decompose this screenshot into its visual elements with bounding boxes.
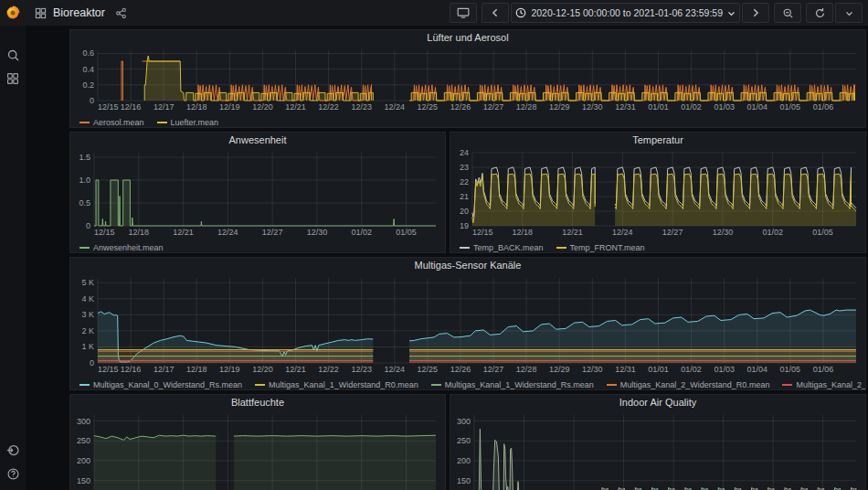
svg-text:0.6: 0.6 bbox=[82, 48, 94, 58]
svg-text:0: 0 bbox=[86, 221, 90, 230]
dashboard-title[interactable]: Bioreaktor bbox=[53, 6, 105, 19]
legend-item[interactable]: Multigas_Kanal_2_Widerstand_Rs.mean bbox=[782, 380, 865, 389]
panel-chart[interactable]: 00.51.01.512/1512/1812/2112/2412/2712/30… bbox=[70, 148, 443, 238]
navbar: Bioreaktor bbox=[26, 0, 868, 26]
panel-chart[interactable]: 01 K2 K3 K4 K5 K12/1512/1612/1712/1812/1… bbox=[70, 273, 863, 375]
panel-chart[interactable]: 19202122232412/1512/1812/2112/2412/2712/… bbox=[450, 148, 863, 238]
svg-text:12/24: 12/24 bbox=[612, 228, 633, 237]
svg-text:12/18: 12/18 bbox=[186, 365, 207, 374]
panel-indoor-air-quality: Indoor Air Quality50100150200250300 bbox=[450, 394, 866, 490]
sign-in-icon[interactable] bbox=[0, 439, 26, 461]
svg-text:01/05: 01/05 bbox=[780, 102, 801, 112]
legend-item[interactable]: Luefter.mean bbox=[157, 118, 219, 127]
svg-text:12/27: 12/27 bbox=[483, 102, 504, 112]
panel-multigas: Multigas-Sensor Kanäle01 K2 K3 K4 K5 K12… bbox=[69, 257, 866, 390]
legend-item[interactable]: Multigas_Kanal_0_Widerstand_Rs.mean bbox=[79, 380, 242, 389]
panel-chart[interactable]: 50100150200250300 bbox=[70, 410, 443, 490]
sidebar bbox=[0, 0, 26, 490]
refresh-interval-dropdown[interactable] bbox=[835, 3, 863, 23]
legend-series-dash bbox=[255, 384, 265, 386]
refresh-button[interactable] bbox=[806, 3, 833, 23]
svg-text:12/25: 12/25 bbox=[418, 365, 439, 374]
svg-text:12/17: 12/17 bbox=[153, 365, 175, 374]
legend-series-label: Multigas_Kanal_2_Widerstand_R0.mean bbox=[620, 380, 770, 389]
svg-text:01/04: 01/04 bbox=[746, 365, 767, 374]
panel-title[interactable]: Temperatur bbox=[450, 133, 865, 148]
panel-title[interactable]: Indoor Air Quality bbox=[450, 395, 865, 410]
legend-series-dash bbox=[782, 384, 792, 386]
legend-series-label: Multigas_Kanal_2_Widerstand_Rs.mean bbox=[796, 380, 865, 389]
legend-item[interactable]: Multigas_Kanal_1_Widerstand_Rs.mean bbox=[431, 380, 594, 389]
legend-series-label: Aerosol.mean bbox=[93, 118, 144, 127]
legend-series-dash bbox=[556, 247, 566, 249]
time-forward-button[interactable] bbox=[742, 3, 769, 23]
share-icon[interactable] bbox=[115, 7, 127, 19]
time-back-button[interactable] bbox=[482, 3, 509, 23]
legend-series-dash bbox=[157, 122, 167, 123]
svg-text:12/23: 12/23 bbox=[351, 102, 372, 112]
legend-series-dash bbox=[79, 247, 90, 249]
svg-text:01/01: 01/01 bbox=[648, 365, 669, 374]
svg-text:01/05: 01/05 bbox=[812, 228, 833, 237]
svg-text:19: 19 bbox=[460, 221, 469, 230]
panel-chart[interactable]: 00.20.40.612/1512/1612/1712/1812/1912/20… bbox=[70, 46, 863, 112]
svg-text:23: 23 bbox=[460, 163, 469, 172]
panel-legend: Multigas_Kanal_0_Widerstand_Rs.meanMulti… bbox=[70, 378, 865, 390]
time-range-text: 2020-12-15 00:00:00 to 2021-01-06 23:59:… bbox=[531, 7, 723, 18]
grafana-logo-icon bbox=[4, 4, 22, 22]
panel-blattfeuchte: Blattfeuchte50100150200250300 bbox=[69, 394, 446, 490]
legend-series-dash bbox=[79, 384, 90, 386]
grafana-app: Bioreaktor bbox=[0, 0, 868, 490]
svg-text:12/16: 12/16 bbox=[121, 102, 142, 112]
svg-text:01/02: 01/02 bbox=[351, 228, 372, 237]
svg-text:12/15: 12/15 bbox=[94, 228, 115, 237]
svg-text:21: 21 bbox=[460, 192, 469, 201]
legend-series-dash bbox=[431, 384, 441, 386]
help-icon[interactable] bbox=[0, 463, 26, 485]
panel-title[interactable]: Anwesenheit bbox=[70, 133, 445, 148]
svg-text:01/06: 01/06 bbox=[813, 102, 834, 112]
legend-item[interactable]: Multigas_Kanal_2_Widerstand_R0.mean bbox=[607, 380, 770, 389]
svg-text:01/06: 01/06 bbox=[813, 365, 834, 374]
legend-series-dash bbox=[460, 247, 470, 249]
panel-title[interactable]: Blattfeuchte bbox=[70, 395, 445, 410]
tv-mode-button[interactable] bbox=[450, 3, 477, 23]
svg-text:1 K: 1 K bbox=[81, 342, 94, 351]
legend-item[interactable]: Temp_BACK.mean bbox=[460, 243, 544, 252]
legend-item[interactable]: Aerosol.mean bbox=[79, 118, 144, 127]
svg-text:1.0: 1.0 bbox=[79, 176, 90, 185]
svg-text:0.2: 0.2 bbox=[82, 80, 94, 90]
svg-text:150: 150 bbox=[457, 476, 471, 485]
legend-series-dash bbox=[607, 384, 617, 386]
svg-text:12/15: 12/15 bbox=[472, 228, 493, 237]
panel-title[interactable]: Multigas-Sensor Kanäle bbox=[70, 258, 865, 273]
grafana-logo[interactable] bbox=[0, 0, 26, 26]
panel-chart[interactable]: 50100150200250300 bbox=[450, 410, 863, 490]
legend-item[interactable]: Temp_FRONT.mean bbox=[556, 243, 645, 252]
svg-text:12/18: 12/18 bbox=[513, 228, 534, 237]
zoom-out-button[interactable] bbox=[774, 3, 801, 23]
apps-icon[interactable] bbox=[0, 68, 26, 90]
caret-down-icon bbox=[727, 9, 736, 17]
legend-series-label: Multigas_Kanal_0_Widerstand_Rs.mean bbox=[93, 380, 242, 389]
svg-text:12/18: 12/18 bbox=[186, 102, 207, 112]
svg-text:4 K: 4 K bbox=[81, 294, 94, 304]
svg-text:20: 20 bbox=[460, 207, 469, 216]
time-range-picker[interactable]: 2020-12-15 00:00:00 to 2021-01-06 23:59:… bbox=[511, 3, 740, 23]
svg-text:01/03: 01/03 bbox=[714, 365, 735, 374]
clock-icon bbox=[515, 7, 526, 18]
panel-title[interactable]: Lüfter und Aerosol bbox=[70, 30, 865, 46]
svg-text:12/29: 12/29 bbox=[549, 365, 570, 374]
svg-text:12/20: 12/20 bbox=[252, 365, 273, 374]
svg-text:12/18: 12/18 bbox=[129, 228, 150, 237]
panel-legend: Temp_BACK.meanTemp_FRONT.mean bbox=[450, 241, 865, 253]
legend-item[interactable]: Multigas_Kanal_1_Widerstand_R0.mean bbox=[255, 380, 418, 389]
svg-text:12/20: 12/20 bbox=[252, 102, 273, 112]
legend-series-label: Temp_BACK.mean bbox=[473, 243, 544, 252]
svg-text:01/03: 01/03 bbox=[714, 102, 735, 112]
legend-item[interactable]: Anwesenheit.mean bbox=[79, 243, 164, 252]
search-icon[interactable] bbox=[0, 44, 26, 66]
svg-text:12/24: 12/24 bbox=[385, 102, 406, 112]
svg-text:12/30: 12/30 bbox=[582, 365, 603, 374]
svg-text:12/15: 12/15 bbox=[98, 365, 119, 374]
